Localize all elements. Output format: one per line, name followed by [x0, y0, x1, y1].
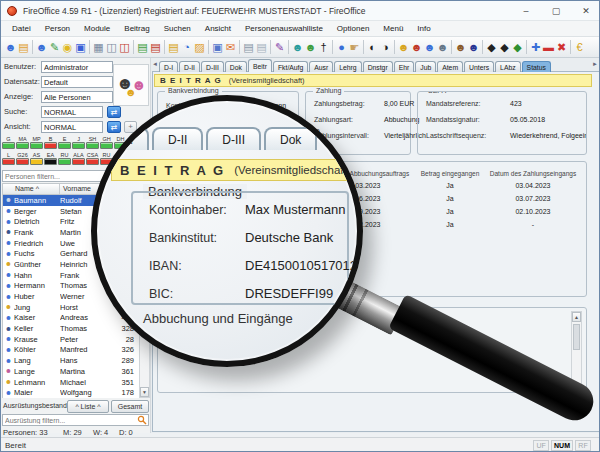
delete-icon[interactable]: ◫	[105, 38, 118, 57]
clock-icon[interactable]: ◔	[180, 38, 193, 57]
menu-item-info[interactable]: Info	[410, 24, 437, 33]
tab-jub[interactable]: Jub	[415, 61, 436, 72]
person-gray-icon[interactable]: ☻	[436, 38, 449, 57]
helmet-dark1-icon[interactable]: ◆	[485, 38, 498, 57]
tab-status[interactable]: Status	[522, 61, 551, 72]
helmet-green-icon[interactable]: ◆	[511, 38, 524, 57]
tab-ausr[interactable]: Ausr	[309, 61, 333, 72]
person-row[interactable]: ☻KrausePeter28	[3, 334, 139, 345]
person-add-icon[interactable]: ☻	[304, 38, 317, 57]
suche-field[interactable]	[41, 106, 103, 118]
folder-icon[interactable]: ▨	[193, 38, 206, 57]
flag-tab-j[interactable]: J	[72, 136, 85, 151]
person-row[interactable]: ☻MaierWolfgang178	[3, 387, 139, 398]
gesamt-button[interactable]: Gesamt	[111, 400, 149, 413]
tab-scroll-left-icon[interactable]: ◄	[151, 61, 159, 67]
tab-unters[interactable]: Unters	[464, 61, 494, 72]
scroll-down-icon[interactable]: ▼	[140, 387, 149, 397]
print-icon[interactable]: ▤	[242, 38, 255, 57]
flag-tab-g[interactable]: G	[2, 136, 15, 151]
flag-tab-l[interactable]: L	[2, 152, 15, 167]
person-move-icon[interactable]: ☻	[291, 38, 304, 57]
tab-fkt-aufg[interactable]: Fkt/Aufg	[273, 61, 308, 72]
liste-button[interactable]: ^ Liste ^	[67, 400, 109, 413]
hand-icon[interactable]: ☛	[348, 38, 361, 57]
flag-tab-csa[interactable]: CSA	[86, 152, 99, 167]
anzeige-field[interactable]	[41, 91, 113, 103]
lock-icon[interactable]: ◉	[61, 38, 74, 57]
remove-icon[interactable]: ▬	[542, 38, 555, 57]
flag-tab-sh[interactable]: SH	[86, 136, 99, 151]
euro-icon[interactable]: €	[573, 38, 586, 57]
tab-lehrg[interactable]: Lehrg	[334, 61, 361, 72]
archive-green-icon[interactable]: ▤	[136, 38, 149, 57]
equipment-filter-input[interactable]	[2, 414, 149, 426]
search-switch-button[interactable]: ⇄	[107, 106, 121, 118]
flag-tab-mp[interactable]: MP	[30, 136, 43, 151]
tab-dok[interactable]: Dok	[225, 61, 247, 72]
cancel-icon[interactable]: ✖	[555, 38, 568, 57]
zero-badge-icon[interactable]: ●	[335, 38, 348, 57]
flag-tab-ea[interactable]: EA	[44, 152, 57, 167]
menu-item-module[interactable]: Module	[77, 24, 117, 33]
lower-scrollbar[interactable]: ▲	[571, 311, 582, 390]
menu-item-ansicht[interactable]: Ansicht	[198, 24, 238, 33]
person-edit-icon[interactable]: ☻	[35, 38, 48, 57]
person-blue-icon[interactable]: ☻	[423, 38, 436, 57]
flag-tab-g26[interactable]: G26	[16, 152, 29, 167]
tab-atem[interactable]: Atem	[437, 61, 463, 72]
tab-d-iii[interactable]: D-III	[201, 61, 224, 72]
person-row[interactable]: ☻KellerThomas328	[3, 323, 139, 334]
contrast-left-icon[interactable]: ◐	[366, 38, 379, 57]
save-icon[interactable]: ▣	[74, 38, 87, 57]
edit-icon[interactable]: ✎	[48, 38, 61, 57]
person-row[interactable]: ☻LehmannMichael351	[3, 377, 139, 388]
flag-tab-ru[interactable]: RU	[58, 152, 71, 167]
mail-icon[interactable]: ✉	[224, 38, 237, 57]
deceased-cross-icon[interactable]: †	[317, 38, 330, 57]
menu-item-person[interactable]: Person	[38, 24, 77, 33]
print-preview-icon[interactable]: ▤	[255, 38, 268, 57]
tab-beitr[interactable]: Beitr	[248, 59, 272, 72]
add-icon[interactable]: ✚	[529, 38, 542, 57]
flag-tab-gh[interactable]: GH	[100, 136, 113, 151]
tab-ehr[interactable]: Ehr	[394, 61, 415, 72]
disk-icon[interactable]: ▣	[211, 38, 224, 57]
flag-tab-b[interactable]: B	[44, 136, 57, 151]
menu-item-personenauswahlliste[interactable]: Personenauswahlliste	[238, 24, 330, 33]
benutzer-field[interactable]	[41, 61, 113, 73]
tab-d-ii[interactable]: D-II	[179, 61, 200, 72]
close-button[interactable]: ✕	[571, 1, 600, 20]
ansicht-field[interactable]	[41, 121, 103, 133]
minimize-button[interactable]: –	[511, 1, 541, 20]
notes-icon[interactable]: ▤	[17, 38, 30, 57]
menu-item-beitrag[interactable]: Beitrag	[117, 24, 156, 33]
delete-red-icon[interactable]: ◫	[118, 38, 131, 57]
archive-red-icon[interactable]: ▤	[149, 38, 162, 57]
person-row[interactable]: ☻LangHans289	[3, 355, 139, 366]
tab-scroll-right-icon[interactable]: ►	[591, 61, 599, 67]
flag-tab-ma[interactable]: MA	[16, 136, 29, 151]
maximize-button[interactable]: ▢	[541, 1, 571, 20]
contrast-right-icon[interactable]: ◑	[379, 38, 392, 57]
copy-icon[interactable]: ▦	[92, 38, 105, 57]
person-row[interactable]: ☻LangeMartina361	[3, 366, 139, 377]
flag-tab-ala[interactable]: ALA	[72, 152, 85, 167]
menu-item-optionen[interactable]: Optionen	[330, 24, 376, 33]
person-yellow-icon[interactable]: ☻	[397, 38, 410, 57]
menu-item-datei[interactable]: Datei	[5, 24, 38, 33]
tab-dnstgr[interactable]: Dnstgr	[363, 61, 393, 72]
person-brown-icon[interactable]: ☻	[454, 38, 467, 57]
person-row[interactable]: ☻KöhlerManfred326	[3, 345, 139, 356]
tab-d-i[interactable]: D-I	[159, 61, 178, 72]
column-name[interactable]: Name	[15, 185, 34, 192]
person-red-icon[interactable]: ☻	[410, 38, 423, 57]
person-navy-icon[interactable]: ☻	[467, 38, 480, 57]
scroll-up-icon[interactable]: ▲	[572, 312, 581, 322]
menu-item-suchen[interactable]: Suchen	[157, 24, 198, 33]
user-icon[interactable]: ☻	[4, 38, 17, 57]
stamp-icon[interactable]: ✎	[273, 38, 286, 57]
tab-labz[interactable]: LAbz	[495, 61, 521, 72]
scroll-thumb[interactable]	[573, 324, 580, 350]
list-icon[interactable]: ▤	[167, 38, 180, 57]
